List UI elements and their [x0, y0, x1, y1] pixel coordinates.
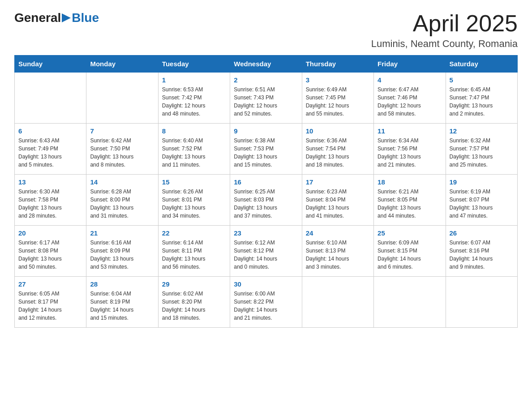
day-number: 9 — [234, 127, 298, 135]
weekday-header-thursday: Thursday — [302, 56, 373, 73]
day-info: Sunrise: 6:26 AM Sunset: 8:01 PM Dayligh… — [162, 188, 226, 220]
day-number: 1 — [162, 76, 226, 84]
calendar-cell: 20Sunrise: 6:17 AM Sunset: 8:08 PM Dayli… — [15, 226, 86, 277]
calendar-cell: 13Sunrise: 6:30 AM Sunset: 7:58 PM Dayli… — [15, 175, 86, 226]
title-block: April 2025 Luminis, Neamt County, Romani… — [371, 11, 518, 50]
calendar-cell: 12Sunrise: 6:32 AM Sunset: 7:57 PM Dayli… — [446, 124, 517, 175]
day-number: 8 — [162, 127, 226, 135]
calendar-cell: 8Sunrise: 6:40 AM Sunset: 7:52 PM Daylig… — [158, 124, 230, 175]
day-number: 2 — [234, 76, 298, 84]
day-number: 4 — [378, 76, 442, 84]
calendar-cell: 18Sunrise: 6:21 AM Sunset: 8:05 PM Dayli… — [374, 175, 446, 226]
day-info: Sunrise: 6:12 AM Sunset: 8:12 PM Dayligh… — [234, 239, 298, 271]
calendar-cell: 14Sunrise: 6:28 AM Sunset: 8:00 PM Dayli… — [86, 175, 158, 226]
day-number: 16 — [234, 178, 298, 186]
day-info: Sunrise: 6:28 AM Sunset: 8:00 PM Dayligh… — [90, 188, 154, 220]
day-info: Sunrise: 6:17 AM Sunset: 8:08 PM Dayligh… — [18, 239, 82, 271]
calendar-cell: 28Sunrise: 6:04 AM Sunset: 8:19 PM Dayli… — [86, 277, 158, 328]
day-number: 11 — [378, 127, 442, 135]
day-info: Sunrise: 6:45 AM Sunset: 7:47 PM Dayligh… — [450, 86, 514, 118]
calendar-table: SundayMondayTuesdayWednesdayThursdayFrid… — [14, 55, 518, 328]
day-info: Sunrise: 6:30 AM Sunset: 7:58 PM Dayligh… — [18, 188, 82, 220]
week-row-3: 13Sunrise: 6:30 AM Sunset: 7:58 PM Dayli… — [15, 175, 518, 226]
calendar-cell: 26Sunrise: 6:07 AM Sunset: 8:16 PM Dayli… — [446, 226, 517, 277]
weekday-header-monday: Monday — [86, 56, 158, 73]
day-number: 6 — [18, 127, 82, 135]
day-info: Sunrise: 6:34 AM Sunset: 7:56 PM Dayligh… — [378, 137, 442, 169]
day-info: Sunrise: 6:16 AM Sunset: 8:09 PM Dayligh… — [90, 239, 154, 271]
day-number: 23 — [234, 229, 298, 237]
calendar-cell: 29Sunrise: 6:02 AM Sunset: 8:20 PM Dayli… — [158, 277, 230, 328]
week-row-2: 6Sunrise: 6:43 AM Sunset: 7:49 PM Daylig… — [15, 124, 518, 175]
day-info: Sunrise: 6:43 AM Sunset: 7:49 PM Dayligh… — [18, 137, 82, 169]
day-number: 29 — [162, 280, 226, 288]
calendar-cell: 27Sunrise: 6:05 AM Sunset: 8:17 PM Dayli… — [15, 277, 86, 328]
day-info: Sunrise: 6:25 AM Sunset: 8:03 PM Dayligh… — [234, 188, 298, 220]
calendar-cell: 6Sunrise: 6:43 AM Sunset: 7:49 PM Daylig… — [15, 124, 86, 175]
day-info: Sunrise: 6:00 AM Sunset: 8:22 PM Dayligh… — [234, 290, 298, 322]
day-number: 24 — [306, 229, 370, 237]
day-info: Sunrise: 6:38 AM Sunset: 7:53 PM Dayligh… — [234, 137, 298, 169]
location-title: Luminis, Neamt County, Romania — [371, 38, 518, 50]
day-number: 22 — [162, 229, 226, 237]
day-info: Sunrise: 6:49 AM Sunset: 7:45 PM Dayligh… — [306, 86, 370, 118]
day-number: 19 — [450, 178, 514, 186]
calendar-cell — [302, 277, 373, 328]
day-number: 27 — [18, 280, 82, 288]
calendar-cell: 9Sunrise: 6:38 AM Sunset: 7:53 PM Daylig… — [230, 124, 302, 175]
calendar-cell: 5Sunrise: 6:45 AM Sunset: 7:47 PM Daylig… — [446, 73, 517, 124]
weekday-header-row: SundayMondayTuesdayWednesdayThursdayFrid… — [15, 56, 518, 73]
calendar-cell: 1Sunrise: 6:53 AM Sunset: 7:42 PM Daylig… — [158, 73, 230, 124]
calendar-cell: 3Sunrise: 6:49 AM Sunset: 7:45 PM Daylig… — [302, 73, 373, 124]
day-number: 3 — [306, 76, 370, 84]
svg-marker-0 — [62, 13, 71, 22]
day-number: 28 — [90, 280, 154, 288]
day-number: 18 — [378, 178, 442, 186]
day-info: Sunrise: 6:09 AM Sunset: 8:15 PM Dayligh… — [378, 239, 442, 271]
day-info: Sunrise: 6:10 AM Sunset: 8:13 PM Dayligh… — [306, 239, 370, 271]
day-number: 26 — [450, 229, 514, 237]
day-info: Sunrise: 6:51 AM Sunset: 7:43 PM Dayligh… — [234, 86, 298, 118]
calendar-cell: 15Sunrise: 6:26 AM Sunset: 8:01 PM Dayli… — [158, 175, 230, 226]
logo-arrow-icon — [62, 12, 72, 24]
day-info: Sunrise: 6:14 AM Sunset: 8:11 PM Dayligh… — [162, 239, 226, 271]
calendar-cell: 4Sunrise: 6:47 AM Sunset: 7:46 PM Daylig… — [374, 73, 446, 124]
day-info: Sunrise: 6:02 AM Sunset: 8:20 PM Dayligh… — [162, 290, 226, 322]
day-info: Sunrise: 6:07 AM Sunset: 8:16 PM Dayligh… — [450, 239, 514, 271]
day-info: Sunrise: 6:47 AM Sunset: 7:46 PM Dayligh… — [378, 86, 442, 118]
calendar-cell: 21Sunrise: 6:16 AM Sunset: 8:09 PM Dayli… — [86, 226, 158, 277]
day-number: 21 — [90, 229, 154, 237]
calendar-cell: 11Sunrise: 6:34 AM Sunset: 7:56 PM Dayli… — [374, 124, 446, 175]
day-number: 7 — [90, 127, 154, 135]
day-number: 17 — [306, 178, 370, 186]
day-number: 14 — [90, 178, 154, 186]
day-info: Sunrise: 6:21 AM Sunset: 8:05 PM Dayligh… — [378, 188, 442, 220]
week-row-4: 20Sunrise: 6:17 AM Sunset: 8:08 PM Dayli… — [15, 226, 518, 277]
day-info: Sunrise: 6:32 AM Sunset: 7:57 PM Dayligh… — [450, 137, 514, 169]
calendar-cell — [15, 73, 86, 124]
day-number: 13 — [18, 178, 82, 186]
day-number: 25 — [378, 229, 442, 237]
calendar-cell: 17Sunrise: 6:23 AM Sunset: 8:04 PM Dayli… — [302, 175, 373, 226]
calendar-cell: 2Sunrise: 6:51 AM Sunset: 7:43 PM Daylig… — [230, 73, 302, 124]
calendar-cell: 30Sunrise: 6:00 AM Sunset: 8:22 PM Dayli… — [230, 277, 302, 328]
calendar-cell — [374, 277, 446, 328]
calendar-cell: 22Sunrise: 6:14 AM Sunset: 8:11 PM Dayli… — [158, 226, 230, 277]
calendar-cell: 25Sunrise: 6:09 AM Sunset: 8:15 PM Dayli… — [374, 226, 446, 277]
day-info: Sunrise: 6:05 AM Sunset: 8:17 PM Dayligh… — [18, 290, 82, 322]
day-info: Sunrise: 6:19 AM Sunset: 8:07 PM Dayligh… — [450, 188, 514, 220]
logo-general: General — [14, 11, 61, 25]
day-number: 12 — [450, 127, 514, 135]
calendar-cell — [86, 73, 158, 124]
calendar-cell: 24Sunrise: 6:10 AM Sunset: 8:13 PM Dayli… — [302, 226, 373, 277]
calendar-cell: 19Sunrise: 6:19 AM Sunset: 8:07 PM Dayli… — [446, 175, 517, 226]
day-info: Sunrise: 6:23 AM Sunset: 8:04 PM Dayligh… — [306, 188, 370, 220]
logo-blue: Blue — [72, 11, 99, 25]
logo: General Blue — [14, 11, 99, 25]
weekday-header-saturday: Saturday — [446, 56, 517, 73]
calendar-cell: 16Sunrise: 6:25 AM Sunset: 8:03 PM Dayli… — [230, 175, 302, 226]
week-row-1: 1Sunrise: 6:53 AM Sunset: 7:42 PM Daylig… — [15, 73, 518, 124]
day-info: Sunrise: 6:42 AM Sunset: 7:50 PM Dayligh… — [90, 137, 154, 169]
day-number: 20 — [18, 229, 82, 237]
weekday-header-sunday: Sunday — [15, 56, 86, 73]
